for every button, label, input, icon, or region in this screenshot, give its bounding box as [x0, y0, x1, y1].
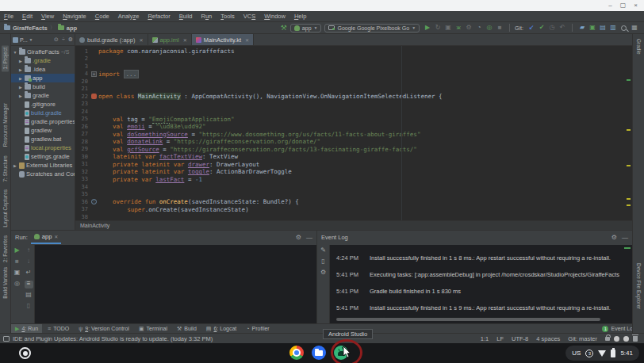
- git-branch[interactable]: Git: master: [568, 335, 597, 342]
- close-icon[interactable]: ✕: [139, 37, 143, 43]
- device-select[interactable]: Google Google Pixelbook Go ▼: [324, 24, 420, 32]
- run-console[interactable]: [35, 245, 316, 323]
- file-encoding[interactable]: UTF-8: [512, 335, 528, 342]
- collapse-all-button[interactable]: ÷: [62, 36, 65, 43]
- build-hammer-icon[interactable]: ⚒: [281, 25, 287, 32]
- search-everywhere-icon[interactable]: [621, 25, 627, 31]
- line-ending[interactable]: LF: [496, 335, 504, 342]
- expand-arrow-icon[interactable]: ▼: [13, 50, 17, 55]
- rerun-button[interactable]: ▶: [13, 247, 21, 255]
- tree-item-external-libraries[interactable]: ▶External Libraries: [11, 161, 75, 170]
- project-structure-button[interactable]: ▰: [577, 25, 587, 31]
- indent-setting[interactable]: 4 spaces: [536, 335, 560, 342]
- override-marker-icon[interactable]: ↑: [91, 199, 97, 204]
- tree-item-gradle[interactable]: ▶gradle: [11, 91, 75, 100]
- expand-arrow-icon[interactable]: ▶: [18, 76, 23, 81]
- locate-file-button[interactable]: ⊙: [54, 36, 59, 43]
- menu-item-navigate[interactable]: Navigate: [63, 13, 86, 20]
- tree-item-scratches-and-consoles[interactable]: Scratches and Consoles: [11, 170, 75, 178]
- attach-debugger-button[interactable]: ⚙: [464, 25, 473, 31]
- menu-item-analyze[interactable]: Analyze: [118, 13, 140, 20]
- minimize-button[interactable]: –: [608, 2, 611, 9]
- toolstrip-build-variants[interactable]: Build Variants: [2, 267, 8, 299]
- tab-mainactivity[interactable]: MainActivity.kt✕: [192, 34, 254, 45]
- restore-button[interactable]: ▢: [620, 2, 627, 9]
- toolwindow-logcat[interactable]: ▤6: Logcat: [202, 324, 240, 334]
- menu-item-run[interactable]: Run: [201, 13, 212, 20]
- toolstrip-gradle[interactable]: Gradle: [636, 39, 642, 55]
- toolwindow-version-control[interactable]: ψ9: Version Control: [75, 324, 133, 334]
- menu-item-vcs[interactable]: VCS: [243, 13, 255, 20]
- menu-item-help[interactable]: Help: [294, 13, 306, 20]
- print-button[interactable]: ▤: [25, 292, 33, 300]
- expand-arrow-icon[interactable]: ▶: [13, 163, 17, 168]
- stop-button[interactable]: ■: [495, 25, 504, 31]
- memory-indicator-icon[interactable]: [633, 336, 638, 342]
- menu-item-code[interactable]: Code: [95, 13, 109, 20]
- expand-arrow-icon[interactable]: ▶: [18, 94, 23, 98]
- hide-panel-icon[interactable]: —: [306, 235, 312, 241]
- gear-icon[interactable]: ⚙: [611, 235, 617, 241]
- git-commit-button[interactable]: ✔: [537, 25, 546, 31]
- toolstrip-layout-captures[interactable]: Layout Captures: [2, 189, 8, 227]
- down-stack-trace-button[interactable]: ↓: [25, 258, 33, 266]
- settings-grid-icon[interactable]: ▦: [630, 25, 639, 31]
- tree-item-build-gradle[interactable]: build.gradle: [11, 109, 75, 117]
- clear-console-button[interactable]: ▯: [25, 303, 33, 311]
- tree-item--idea[interactable]: ▶.idea: [11, 65, 75, 74]
- editor-breadcrumb-item[interactable]: MainActivity: [80, 223, 109, 228]
- clear-all-icon[interactable]: ▯: [319, 258, 328, 266]
- toolwindow-run[interactable]: ▶4: Run: [11, 324, 42, 334]
- tree-item-gradle-properties[interactable]: gradle.properties: [11, 117, 75, 126]
- tab-app-iml[interactable]: app.iml✕: [148, 34, 192, 45]
- settings-wrench-icon[interactable]: ⚙: [319, 269, 328, 277]
- scroll-to-end-button[interactable]: ≡: [25, 281, 33, 288]
- panel-settings-button[interactable]: ⚙: [68, 36, 73, 43]
- close-icon[interactable]: ✕: [54, 234, 58, 239]
- device-manager-button[interactable]: ▣: [588, 25, 597, 31]
- gear-icon[interactable]: ⚙: [296, 235, 301, 241]
- git-rollback-button[interactable]: ↶: [558, 25, 567, 31]
- menu-item-build[interactable]: Build: [179, 13, 193, 20]
- event-log-console[interactable]: 4:24 PMInstall successfully finished in …: [330, 245, 632, 323]
- debug-button[interactable]: ж: [454, 25, 463, 31]
- toolstrip-device-file-explorer[interactable]: Device File Explorer: [636, 263, 642, 309]
- notification-window-icon[interactable]: [3, 336, 10, 342]
- highlighting-level-icon[interactable]: [614, 336, 619, 342]
- toolstrip-resource-manager[interactable]: Resource Manager: [2, 103, 8, 147]
- expand-arrow-icon[interactable]: ▶: [18, 85, 23, 90]
- menu-item-window[interactable]: Window: [264, 13, 286, 20]
- stop-button[interactable]: ■: [13, 258, 21, 266]
- toolwindow-todo[interactable]: ≡TODO: [44, 324, 73, 334]
- tree-item-gradlew-bat[interactable]: gradlew.bat: [11, 135, 75, 143]
- apply-changes-button[interactable]: ↻: [433, 25, 443, 31]
- expand-arrow-icon[interactable]: ▶: [18, 67, 23, 72]
- close-icon[interactable]: ✕: [245, 37, 249, 43]
- chrome-icon[interactable]: [289, 346, 304, 360]
- toolwindow-terminal[interactable]: ▣Terminal: [135, 324, 171, 334]
- expand-arrow-icon[interactable]: ▶: [18, 59, 23, 63]
- sdk-manager-button[interactable]: ▤: [598, 25, 608, 31]
- run-configuration-select[interactable]: app ▼: [290, 24, 322, 32]
- breadcrumb-project[interactable]: GiraffeFacts: [4, 25, 48, 32]
- fold-marker-icon[interactable]: +: [91, 71, 97, 77]
- avd-manager-button[interactable]: ▥: [608, 25, 618, 31]
- tree-item-local-properties[interactable]: local.properties: [11, 143, 75, 152]
- tree-item--gradle[interactable]: ▶.gradle: [11, 56, 75, 65]
- tree-item-settings-gradle[interactable]: settings.gradle: [11, 152, 75, 161]
- run-button[interactable]: ▶: [423, 25, 432, 31]
- lock-icon[interactable]: [605, 337, 610, 341]
- tree-item--gitignore[interactable]: .gitignore: [11, 100, 75, 109]
- code-editor[interactable]: 1package com.naranjaconsal.giraffefacts2…: [75, 46, 632, 220]
- tree-item-app[interactable]: ▶app: [11, 74, 75, 82]
- menu-item-file[interactable]: File: [4, 13, 13, 20]
- close-button[interactable]: ×: [634, 2, 638, 9]
- files-app-icon[interactable]: [312, 346, 326, 360]
- toolstrip-2-favorites[interactable]: 2: Favorites: [2, 235, 8, 262]
- git-update-button[interactable]: ↙: [527, 25, 536, 31]
- toolwindow-build[interactable]: ⚒Build: [173, 324, 201, 334]
- run-tab-app[interactable]: app ✕: [31, 231, 62, 244]
- launcher-button[interactable]: [19, 347, 31, 359]
- breadcrumb-module[interactable]: app: [58, 25, 77, 32]
- tab-build-gradle[interactable]: build.gradle (:app)✕: [75, 34, 148, 45]
